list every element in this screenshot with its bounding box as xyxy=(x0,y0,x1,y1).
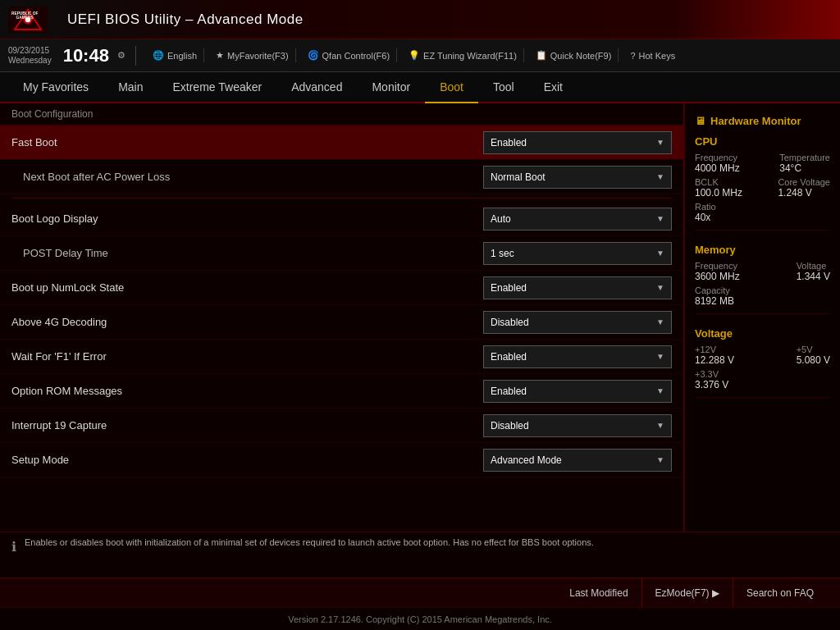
sidebar-label: Frequency xyxy=(695,153,740,162)
dropdown-arrow-icon: ▼ xyxy=(656,172,664,181)
nav-advanced[interactable]: Advanced xyxy=(276,72,357,103)
svg-text:GAMERS: GAMERS xyxy=(16,16,34,20)
setting-select[interactable]: Disabled▼ xyxy=(483,414,672,437)
sidebar-value: 3600 MHz xyxy=(695,271,740,282)
sidebar-label: BCLK xyxy=(695,177,742,187)
setting-label: POST Delay Time xyxy=(23,247,483,259)
globe-icon: 🌐 xyxy=(153,50,164,61)
toolbar-eztuning[interactable]: 💡 EZ Tuning Wizard(F11) xyxy=(402,48,524,62)
setting-select[interactable]: Enabled▼ xyxy=(483,276,672,299)
footer: Last Modified EzMode(F7) ▶ Search on FAQ xyxy=(0,578,840,607)
toolbar-myfavorite[interactable]: ★ MyFavorite(F3) xyxy=(209,48,296,62)
sidebar-value: 12.288 V xyxy=(695,354,734,366)
setting-row[interactable]: Wait For 'F1' If ErrorEnabled▼ xyxy=(0,340,683,374)
sidebar-divider xyxy=(695,230,830,231)
setting-label: Boot up NumLock State xyxy=(11,281,483,294)
fan-icon: 🌀 xyxy=(308,50,319,61)
setting-select[interactable]: Enabled▼ xyxy=(483,380,672,403)
setting-value: Auto xyxy=(491,213,511,225)
help-icon: ? xyxy=(630,51,635,61)
settings-container: Fast BootEnabled▼Next Boot after AC Powe… xyxy=(0,126,683,477)
setting-value: Normal Boot xyxy=(491,171,546,183)
setting-value: Disabled xyxy=(491,317,529,328)
nav-boot[interactable]: Boot xyxy=(425,72,478,103)
sidebar-value: 5.080 V xyxy=(797,354,830,366)
toolbar: 09/23/2015 Wednesday 10:48 ⚙ 🌐 English ★… xyxy=(0,39,840,72)
setting-select[interactable]: Advanced Mode▼ xyxy=(483,449,672,472)
nav-monitor[interactable]: Monitor xyxy=(357,72,425,103)
setting-row[interactable]: Option ROM MessagesEnabled▼ xyxy=(0,374,683,409)
dropdown-arrow-icon: ▼ xyxy=(656,214,664,223)
nav: My Favorites Main Extreme Tweaker Advanc… xyxy=(0,72,840,103)
setting-row[interactable]: Interrupt 19 CaptureDisabled▼ xyxy=(0,409,683,443)
toolbar-qfan[interactable]: 🌀 Qfan Control(F6) xyxy=(301,48,398,62)
setting-value: Advanced Mode xyxy=(491,454,562,466)
info-icon: ℹ xyxy=(11,539,16,555)
setting-row[interactable]: Above 4G DecodingDisabled▼ xyxy=(0,305,683,340)
nav-my-favorites[interactable]: My Favorites xyxy=(8,72,103,103)
setting-label: Setup Mode xyxy=(11,454,483,466)
footer-ezmode[interactable]: EzMode(F7) ▶ xyxy=(642,578,733,608)
sidebar-section-title: Voltage xyxy=(685,322,840,343)
nav-tool[interactable]: Tool xyxy=(478,72,529,103)
nav-exit[interactable]: Exit xyxy=(529,72,578,103)
clock: 10:48 xyxy=(63,45,109,66)
bulb-icon: 💡 xyxy=(409,50,420,61)
sidebar-section: Voltage+12V12.288 V+5V5.080 V+3.3V3.376 … xyxy=(685,322,840,398)
setting-row[interactable]: Boot up NumLock StateEnabled▼ xyxy=(0,271,683,305)
setting-select[interactable]: Enabled▼ xyxy=(483,345,672,368)
header: REPUBLIC OF GAMERS UEFI BIOS Utility – A… xyxy=(0,0,840,39)
toolbar-quicknote[interactable]: 📋 Quick Note(F9) xyxy=(529,48,619,62)
toolbar-language[interactable]: 🌐 English xyxy=(146,48,204,62)
description-text: Enables or disables boot with initializa… xyxy=(25,537,594,547)
footer-search-faq[interactable]: Search on FAQ xyxy=(733,578,827,608)
dropdown-arrow-icon: ▼ xyxy=(656,249,664,258)
sidebar-value: 4000 MHz xyxy=(695,162,740,174)
setting-row[interactable]: Setup ModeAdvanced Mode▼ xyxy=(0,443,683,477)
svg-text:REPUBLIC OF: REPUBLIC OF xyxy=(11,11,39,15)
setting-select[interactable]: Disabled▼ xyxy=(483,311,672,334)
setting-select[interactable]: 1 sec▼ xyxy=(483,242,672,265)
content-area: Boot Configuration Fast BootEnabled▼Next… xyxy=(0,103,684,532)
setting-label: Next Boot after AC Power Loss xyxy=(23,171,483,183)
monitor-icon: 🖥 xyxy=(695,115,705,127)
setting-row[interactable]: POST Delay Time1 sec▼ xyxy=(0,236,683,271)
sidebar-divider xyxy=(695,313,830,314)
sidebar-value: 34°C xyxy=(779,162,830,174)
setting-select[interactable]: Normal Boot▼ xyxy=(483,166,672,189)
setting-row[interactable]: Fast BootEnabled▼ xyxy=(0,126,683,160)
sidebar-label: Voltage xyxy=(797,261,830,271)
sidebar-data-row: BCLK100.0 MHzCore Voltage1.248 V xyxy=(685,176,840,200)
sidebar-data-row: Capacity8192 MB xyxy=(685,284,840,308)
sidebar-label: Ratio xyxy=(695,202,716,212)
dropdown-arrow-icon: ▼ xyxy=(656,455,664,464)
sidebar-value: 40x xyxy=(695,212,716,223)
sidebar-label: Frequency xyxy=(695,261,740,271)
sidebar-value: 100.0 MHz xyxy=(695,187,742,199)
sidebar-section: MemoryFrequency3600 MHzVoltage1.344 VCap… xyxy=(685,239,840,314)
setting-row[interactable]: Boot Logo DisplayAuto▼ xyxy=(0,202,683,236)
nav-main[interactable]: Main xyxy=(103,72,158,103)
nav-extreme-tweaker[interactable]: Extreme Tweaker xyxy=(158,72,276,103)
setting-select[interactable]: Auto▼ xyxy=(483,208,672,231)
sidebar-data-row: +12V12.288 V+5V5.080 V xyxy=(685,343,840,368)
sidebar-value: 1.248 V xyxy=(778,187,830,199)
setting-value: Disabled xyxy=(491,420,529,431)
sidebar-label: Core Voltage xyxy=(778,177,830,187)
sidebar-label: +12V xyxy=(695,345,734,354)
version-text: Version 2.17.1246. Copyright (C) 2015 Am… xyxy=(288,614,552,624)
sidebar-section-title: CPU xyxy=(685,130,840,151)
footer-last-modified[interactable]: Last Modified xyxy=(556,578,641,608)
setting-select[interactable]: Enabled▼ xyxy=(483,131,672,154)
setting-value: Enabled xyxy=(491,282,527,294)
toolbar-hotkeys[interactable]: ? Hot Keys xyxy=(623,49,682,62)
weekday: Wednesday xyxy=(8,56,52,66)
sidebar-data-row: Frequency4000 MHzTemperature34°C xyxy=(685,151,840,176)
sidebar-divider xyxy=(695,397,830,398)
sidebar-label: Capacity xyxy=(695,285,734,295)
setting-row[interactable]: Next Boot after AC Power LossNormal Boot… xyxy=(0,160,683,194)
dropdown-arrow-icon: ▼ xyxy=(656,386,664,395)
setting-label: Boot Logo Display xyxy=(11,212,483,225)
hardware-monitor-sidebar: 🖥 Hardware Monitor CPUFrequency4000 MHzT… xyxy=(684,103,840,532)
settings-icon[interactable]: ⚙ xyxy=(117,50,126,61)
